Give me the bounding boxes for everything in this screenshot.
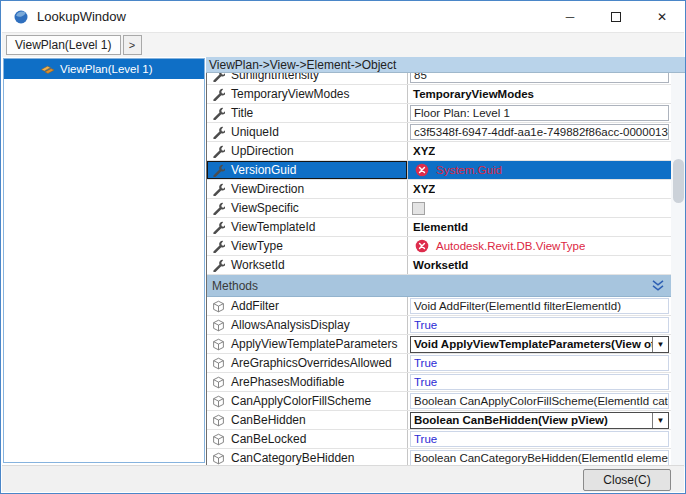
window-title: LookupWindow bbox=[37, 9, 126, 24]
maximize-button[interactable] bbox=[593, 1, 639, 32]
wrench-icon bbox=[212, 183, 225, 196]
property-name: ApplyViewTemplateParameters bbox=[231, 337, 398, 351]
snoop-tree-panel: ViewPlan(Level 1) bbox=[3, 58, 205, 463]
property-name: ArePhasesModifiable bbox=[231, 375, 344, 389]
wrench-icon bbox=[212, 126, 225, 139]
cube-icon bbox=[212, 452, 225, 465]
property-name: ViewType bbox=[231, 239, 283, 253]
value-combobox[interactable]: Void ApplyViewTemplateParameters(View ot… bbox=[410, 336, 669, 353]
cube-icon bbox=[212, 414, 225, 427]
wrench-icon bbox=[212, 107, 225, 120]
property-row-UpDirection[interactable]: UpDirectionXYZ bbox=[207, 142, 671, 161]
footer-bar: Close(C) bbox=[2, 465, 684, 492]
property-row-AllowsAnalysisDisplay[interactable]: AllowsAnalysisDisplayTrue bbox=[207, 316, 671, 335]
section-header-methods[interactable]: Methods bbox=[207, 275, 671, 297]
app-icon bbox=[13, 9, 29, 25]
property-row-ViewDirection[interactable]: ViewDirectionXYZ bbox=[207, 180, 671, 199]
value-error: System.Guid bbox=[410, 163, 502, 177]
value-label: Boolean CanApplyColorFillScheme(ElementI… bbox=[410, 393, 669, 409]
property-name: Title bbox=[231, 106, 253, 120]
property-row-CanBeLocked[interactable]: CanBeLockedTrue bbox=[207, 430, 671, 449]
value-combobox[interactable]: Boolean CanBeHidden(View pView)▼ bbox=[410, 412, 669, 429]
cube-icon bbox=[212, 300, 225, 313]
property-row-CanBeHidden[interactable]: CanBeHiddenBoolean CanBeHidden(View pVie… bbox=[207, 411, 671, 430]
property-row-VersionGuid[interactable]: VersionGuidSystem.Guid bbox=[207, 161, 671, 180]
wrench-icon bbox=[212, 221, 225, 234]
property-row-AddFilter[interactable]: AddFilterVoid AddFilter(ElementId filter… bbox=[207, 297, 671, 316]
scrollbar-thumb[interactable] bbox=[673, 159, 684, 203]
collapse-chevron-icon[interactable] bbox=[652, 280, 664, 291]
wrench-icon bbox=[212, 88, 225, 101]
vertical-scrollbar[interactable] bbox=[671, 73, 686, 467]
tree-item-label: ViewPlan(Level 1) bbox=[60, 63, 152, 75]
dropdown-arrow-icon[interactable]: ▼ bbox=[652, 337, 668, 352]
property-row-ViewType[interactable]: ViewTypeAutodesk.Revit.DB.ViewType bbox=[207, 237, 671, 256]
value-label[interactable]: XYZ bbox=[410, 145, 435, 157]
breadcrumb: ViewPlan(Level 1) > bbox=[2, 32, 684, 57]
value-label[interactable]: XYZ bbox=[410, 183, 435, 195]
value-label: True bbox=[410, 431, 669, 447]
minimize-button[interactable]: ─ bbox=[547, 1, 593, 32]
property-name: TemporaryViewModes bbox=[231, 87, 350, 101]
value-checkbox[interactable] bbox=[412, 202, 425, 215]
wrench-icon bbox=[212, 202, 225, 215]
property-name: AllowsAnalysisDisplay bbox=[231, 318, 350, 332]
wrench-icon bbox=[212, 73, 225, 82]
property-row-ApplyViewTemplateParameters[interactable]: ApplyViewTemplateParametersVoid ApplyVie… bbox=[207, 335, 671, 354]
cube-icon bbox=[212, 338, 225, 351]
property-row-ArePhasesModifiable[interactable]: ArePhasesModifiableTrue bbox=[207, 373, 671, 392]
wrench-icon bbox=[212, 145, 225, 158]
property-grid-rows: SunlightIntensity85TemporaryViewModesTem… bbox=[206, 73, 671, 467]
error-icon bbox=[415, 239, 429, 253]
value-textbox[interactable]: c3f5348f-6947-4ddf-aa1e-749882f86acc-000… bbox=[410, 124, 669, 140]
value-textbox[interactable]: Floor Plan: Level 1 bbox=[410, 105, 669, 121]
property-row-TemporaryViewModes[interactable]: TemporaryViewModesTemporaryViewModes bbox=[207, 85, 671, 104]
property-row-Title[interactable]: TitleFloor Plan: Level 1 bbox=[207, 104, 671, 123]
close-window-button[interactable]: ✕ bbox=[639, 1, 685, 32]
property-name: AreGraphicsOverridesAllowed bbox=[231, 356, 392, 370]
cube-icon bbox=[212, 319, 225, 332]
breadcrumb-expander-button[interactable]: > bbox=[123, 35, 142, 55]
value-label[interactable]: ElementId bbox=[410, 221, 468, 233]
breadcrumb-item-viewplan[interactable]: ViewPlan(Level 1) bbox=[6, 35, 121, 55]
cube-icon bbox=[212, 395, 225, 408]
property-name: WorksetId bbox=[231, 258, 285, 272]
property-name: VersionGuid bbox=[231, 163, 296, 177]
tree-item-viewplan[interactable]: ViewPlan(Level 1) bbox=[4, 59, 204, 79]
lookup-window: LookupWindow ─ ✕ ViewPlan(Level 1) > Vie… bbox=[0, 0, 686, 494]
cube-icon bbox=[212, 357, 225, 370]
value-label[interactable]: TemporaryViewModes bbox=[410, 88, 534, 100]
property-name: CanApplyColorFillScheme bbox=[231, 394, 371, 408]
property-row-UniqueId[interactable]: UniqueIdc3f5348f-6947-4ddf-aa1e-749882f8… bbox=[207, 123, 671, 142]
wrench-icon bbox=[212, 164, 225, 177]
title-bar: LookupWindow ─ ✕ bbox=[1, 1, 685, 32]
property-grid: ViewPlan->View->Element->Object Sunlight… bbox=[206, 57, 686, 467]
value-label: True bbox=[410, 317, 669, 333]
close-dialog-button[interactable]: Close(C) bbox=[583, 469, 671, 491]
section-label: Methods bbox=[212, 279, 258, 293]
value-label: True bbox=[410, 374, 669, 390]
property-name: SunlightIntensity bbox=[231, 73, 319, 82]
property-row-SunlightIntensity[interactable]: SunlightIntensity85 bbox=[207, 73, 671, 85]
dropdown-arrow-icon[interactable]: ▼ bbox=[652, 413, 668, 428]
cube-icon bbox=[212, 376, 225, 389]
maximize-icon bbox=[611, 12, 621, 22]
value-label: True bbox=[410, 355, 669, 371]
property-name: AddFilter bbox=[231, 299, 279, 313]
value-label[interactable]: WorksetId bbox=[410, 259, 468, 271]
property-row-AreGraphicsOverridesAllowed[interactable]: AreGraphicsOverridesAllowedTrue bbox=[207, 354, 671, 373]
property-row-WorksetId[interactable]: WorksetIdWorksetId bbox=[207, 256, 671, 275]
error-icon bbox=[415, 163, 429, 177]
property-row-CanApplyColorFillScheme[interactable]: CanApplyColorFillSchemeBoolean CanApplyC… bbox=[207, 392, 671, 411]
property-name: ViewTemplateId bbox=[231, 220, 316, 234]
value-label: Void AddFilter(ElementId filterElementId… bbox=[410, 298, 669, 314]
value-label: Boolean CanCategoryBeHidden(ElementId el… bbox=[410, 450, 669, 466]
plan-view-icon bbox=[40, 62, 55, 77]
window-controls: ─ ✕ bbox=[547, 1, 685, 32]
value-textbox[interactable]: 85 bbox=[410, 73, 669, 83]
property-name: CanBeLocked bbox=[231, 432, 306, 446]
property-row-ViewTemplateId[interactable]: ViewTemplateIdElementId bbox=[207, 218, 671, 237]
value-error: Autodesk.Revit.DB.ViewType bbox=[410, 239, 585, 253]
property-row-ViewSpecific[interactable]: ViewSpecific bbox=[207, 199, 671, 218]
property-name: ViewSpecific bbox=[231, 201, 299, 215]
